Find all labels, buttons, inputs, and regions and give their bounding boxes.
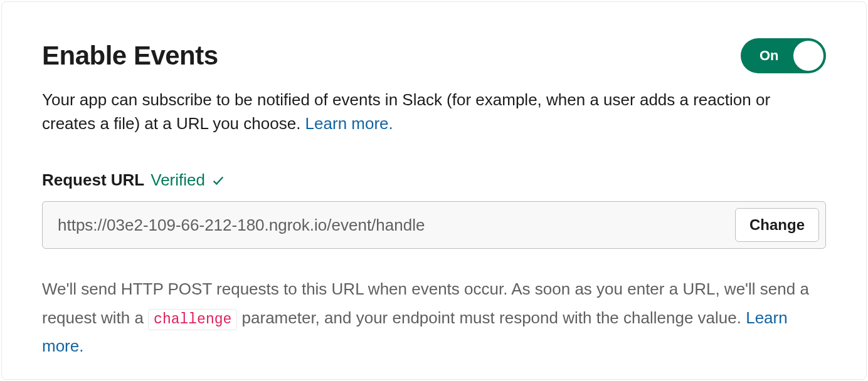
check-icon (211, 174, 225, 187)
page-title: Enable Events (42, 41, 218, 71)
request-url-label-row: Request URL Verified (42, 170, 826, 190)
request-url-box: Change (42, 201, 826, 249)
footer-after-code: parameter, and your endpoint must respon… (237, 308, 746, 327)
enable-toggle[interactable]: On (741, 38, 826, 73)
request-url-input[interactable] (58, 216, 735, 235)
footer-text: We'll send HTTP POST requests to this UR… (42, 275, 826, 361)
challenge-code: challenge (148, 309, 237, 330)
verified-status: Verified (151, 170, 205, 190)
toggle-knob (793, 41, 823, 71)
change-button[interactable]: Change (735, 208, 819, 242)
learn-more-link[interactable]: Learn more. (305, 114, 393, 133)
header-row: Enable Events On (42, 38, 826, 73)
enable-events-panel: Enable Events On Your app can subscribe … (1, 1, 867, 380)
toggle-label: On (760, 48, 779, 64)
description-body: Your app can subscribe to be notified of… (42, 90, 770, 133)
request-url-label: Request URL (42, 170, 144, 190)
description-text: Your app can subscribe to be notified of… (42, 88, 826, 135)
